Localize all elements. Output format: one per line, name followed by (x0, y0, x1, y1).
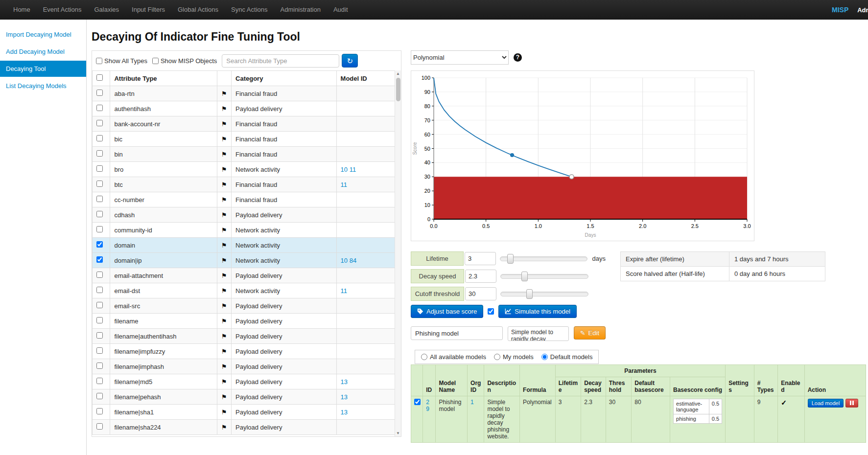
attribute-row-checkbox[interactable] (96, 363, 103, 369)
attribute-row-checkbox[interactable] (96, 135, 103, 141)
attribute-row[interactable]: filename|imphash⚑Payload delivery (93, 359, 395, 374)
flag-icon[interactable]: ⚑ (221, 409, 227, 416)
attribute-row-checkbox[interactable] (96, 120, 103, 126)
attribute-row[interactable]: email-dst⚑Network activity11 (93, 283, 395, 298)
attribute-row[interactable]: filename|sha1⚑Payload delivery13 (93, 405, 395, 420)
attribute-row-checkbox[interactable] (96, 241, 103, 248)
radio-default-models[interactable] (541, 354, 548, 360)
nav-administration[interactable]: Administration (274, 0, 327, 20)
flag-icon[interactable]: ⚑ (221, 424, 227, 431)
simulate-model-button[interactable]: Simulate this model (498, 305, 576, 318)
flag-icon[interactable]: ⚑ (221, 151, 227, 158)
attribute-row-checkbox[interactable] (96, 332, 103, 339)
cutoff-threshold-slider[interactable] (500, 292, 588, 296)
flag-icon[interactable]: ⚑ (221, 227, 227, 234)
attribute-row[interactable]: filename|pehash⚑Payload delivery13 (93, 389, 395, 405)
attribute-row[interactable]: bank-account-nr⚑Financial fraud (93, 116, 395, 132)
flag-icon[interactable]: ⚑ (221, 105, 227, 113)
flag-icon[interactable]: ⚑ (221, 136, 227, 143)
attribute-row-checkbox[interactable] (96, 90, 103, 96)
nav-user[interactable]: Admin (857, 6, 868, 14)
show-all-types-checkbox[interactable] (96, 58, 102, 64)
attribute-table-scrollbar[interactable]: ▲ ▼ (395, 70, 401, 436)
help-icon[interactable]: ? (514, 53, 522, 62)
radio-my-models[interactable] (494, 354, 500, 360)
model-description-textarea[interactable]: Simple model to rapidly decay (508, 326, 569, 341)
scrollbar-down-icon[interactable]: ▼ (396, 430, 400, 436)
flag-icon[interactable]: ⚑ (221, 302, 227, 310)
nav-home[interactable]: Home (7, 0, 37, 20)
pause-model-button[interactable] (845, 399, 858, 408)
flag-icon[interactable]: ⚑ (221, 287, 227, 295)
attribute-row[interactable]: filename⚑Payload delivery (93, 314, 395, 329)
attribute-model-id-link[interactable]: 13 (341, 378, 348, 386)
attribute-row[interactable]: bin⚑Financial fraud (93, 147, 395, 162)
attribute-model-id-link[interactable]: 13 (341, 393, 348, 401)
lifetime-slider[interactable] (500, 256, 587, 261)
attribute-row[interactable]: email-attachment⚑Payload delivery (93, 268, 395, 283)
nav-audit[interactable]: Audit (327, 0, 354, 20)
attribute-row-checkbox[interactable] (96, 287, 103, 293)
attribute-model-id-link[interactable]: 11 (341, 181, 348, 188)
attribute-row-checkbox[interactable] (96, 256, 103, 263)
model-row-checkbox[interactable] (414, 399, 421, 405)
adjust-base-score-button[interactable]: Adjust base score (411, 305, 483, 318)
nav-galaxies[interactable]: Galaxies (88, 0, 125, 20)
attribute-row-checkbox[interactable] (96, 181, 103, 187)
attribute-row[interactable]: aba-rtn⚑Financial fraud (93, 86, 395, 101)
chart-marker[interactable] (569, 175, 574, 179)
attribute-model-id-link[interactable]: 84 (350, 257, 356, 264)
attribute-row-checkbox[interactable] (96, 272, 103, 278)
attribute-row-checkbox[interactable] (96, 165, 103, 172)
attribute-row-checkbox[interactable] (96, 317, 103, 323)
lifetime-slider-handle[interactable] (507, 254, 514, 264)
flag-icon[interactable]: ⚑ (221, 181, 227, 188)
cutoff-threshold-input[interactable] (465, 287, 496, 300)
attribute-row-checkbox[interactable] (96, 393, 103, 399)
attribute-row-checkbox[interactable] (96, 378, 103, 384)
nav-event-actions[interactable]: Event Actions (37, 0, 88, 20)
select-all-checkbox[interactable] (96, 74, 103, 81)
flag-icon[interactable]: ⚑ (221, 348, 227, 355)
model-name-input[interactable] (411, 326, 503, 340)
attribute-model-id-link[interactable]: 10 (341, 166, 348, 173)
sidebar-item-decaying-tool[interactable]: Decaying Tool (0, 61, 86, 77)
attribute-row[interactable]: bic⚑Financial fraud (93, 132, 395, 147)
decay-speed-input[interactable] (465, 270, 496, 283)
attribute-model-id-link[interactable]: 13 (341, 409, 348, 416)
attribute-row-checkbox[interactable] (96, 347, 103, 354)
attribute-row[interactable]: cc-number⚑Financial fraud (93, 192, 395, 207)
search-attribute-type-input[interactable] (222, 54, 339, 68)
sidebar-item-list-decaying-models[interactable]: List Decaying Models (0, 78, 86, 94)
cutoff-threshold-slider-handle[interactable] (526, 289, 533, 299)
attribute-model-id-link[interactable]: 11 (341, 287, 348, 295)
radio-all-available-models[interactable] (421, 354, 427, 360)
attribute-row[interactable]: domain|ip⚑Network activity10 84 (93, 253, 395, 268)
show-misp-objects-checkbox[interactable] (152, 58, 159, 64)
attribute-row[interactable]: filename|sha224⚑Payload delivery (93, 420, 395, 435)
attribute-row-checkbox[interactable] (96, 211, 103, 217)
lifetime-input[interactable] (465, 252, 496, 265)
sidebar-item-add-decaying-model[interactable]: Add Decaying Model (0, 44, 86, 60)
nav-global-actions[interactable]: Global Actions (171, 0, 225, 20)
attribute-row-checkbox[interactable] (96, 423, 103, 430)
flag-icon[interactable]: ⚑ (221, 363, 227, 370)
attribute-row[interactable]: btc⚑Financial fraud11 (93, 177, 395, 192)
flag-icon[interactable]: ⚑ (221, 211, 227, 219)
attribute-row-checkbox[interactable] (96, 105, 103, 111)
flag-icon[interactable]: ⚑ (221, 272, 227, 279)
attribute-row[interactable]: filename|impfuzzy⚑Payload delivery (93, 344, 395, 359)
adjust-base-score-checkbox[interactable] (488, 308, 494, 315)
attribute-row[interactable]: cdhash⚑Payload delivery (93, 207, 395, 223)
sidebar-item-import-decaying-model[interactable]: Import Decaying Model (0, 26, 86, 43)
attribute-row[interactable]: bro⚑Network activity10 11 (93, 162, 395, 177)
flag-icon[interactable]: ⚑ (221, 90, 227, 97)
chart-marker[interactable] (510, 153, 514, 157)
attribute-row[interactable]: filename|md5⚑Payload delivery13 (93, 374, 395, 389)
edit-model-button[interactable]: ✎ Edit (574, 326, 606, 340)
flag-icon[interactable]: ⚑ (221, 257, 227, 264)
scrollbar-thumb[interactable] (396, 78, 400, 101)
attribute-row[interactable]: authentihash⚑Payload delivery (93, 101, 395, 116)
flag-icon[interactable]: ⚑ (221, 166, 227, 173)
flag-icon[interactable]: ⚑ (221, 333, 227, 340)
